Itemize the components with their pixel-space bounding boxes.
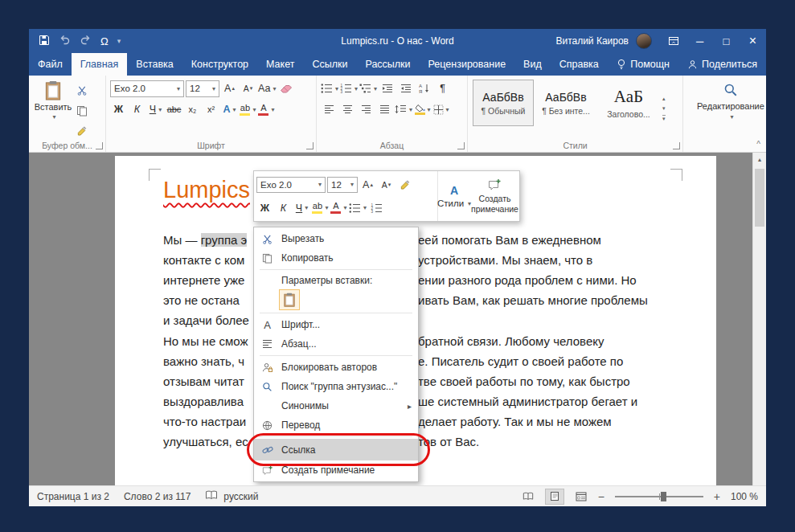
style-normal[interactable]: АаБбВв ¶ Обычный <box>473 80 534 126</box>
undo-icon[interactable] <box>59 35 71 47</box>
bold-button[interactable]: Ж <box>110 100 127 118</box>
close-button[interactable]: × <box>740 29 766 53</box>
menu-item-new-comment[interactable]: Создать примечание <box>254 460 418 480</box>
menu-item-font[interactable]: А Шрифт... <box>254 315 418 334</box>
vertical-scrollbar[interactable]: ▴ <box>752 153 766 485</box>
tab-review[interactable]: Рецензирование <box>420 53 515 76</box>
zoom-slider[interactable] <box>615 496 703 497</box>
avatar[interactable] <box>636 33 652 49</box>
underline-button[interactable]: Ч▾ <box>147 100 164 118</box>
styles-scroll-down-icon[interactable]: ▾ <box>662 105 666 112</box>
scrollbar-thumb[interactable] <box>755 169 764 227</box>
tab-assistant[interactable]: Помощн <box>608 53 678 76</box>
shading-button[interactable]: ▾ <box>414 100 431 118</box>
borders-button[interactable]: ▾ <box>432 100 449 118</box>
align-center-button[interactable] <box>339 100 356 118</box>
style-no-spacing[interactable]: АаБбВв ¶ Без инте... <box>535 80 596 126</box>
web-layout-button[interactable] <box>572 489 591 505</box>
mini-new-comment-button[interactable]: Создать примечание <box>470 171 519 221</box>
collapse-ribbon-icon[interactable]: ^ <box>756 140 760 149</box>
menu-item-translate[interactable]: Перевод <box>254 415 418 435</box>
proofing-book-icon[interactable] <box>205 490 218 502</box>
mini-numbering-button[interactable]: 123 <box>368 199 385 217</box>
style-heading1[interactable]: АаБ Заголово... <box>598 80 659 126</box>
show-marks-button[interactable]: ¶ <box>434 80 451 97</box>
omega-symbol-icon[interactable]: Ω <box>100 35 109 47</box>
font-color-button[interactable]: А ▾ <box>258 100 275 118</box>
numbering-button[interactable]: 123 ▾ <box>340 80 358 97</box>
mini-format-painter-button[interactable] <box>396 176 413 194</box>
zoom-level[interactable]: 100 % <box>727 491 758 502</box>
tab-layout[interactable]: Макет <box>257 53 303 76</box>
clear-formatting-button[interactable] <box>277 80 294 97</box>
subscript-button[interactable]: x₂ <box>184 100 201 118</box>
align-right-button[interactable] <box>358 100 375 118</box>
copy-button[interactable] <box>73 102 90 120</box>
mini-font-color-button[interactable]: А ▾ <box>330 199 347 217</box>
menu-item-block-authors[interactable]: Блокировать авторов <box>254 358 418 377</box>
tab-mailings[interactable]: Рассылки <box>356 53 419 76</box>
save-icon[interactable] <box>39 35 50 48</box>
decrease-indent-button[interactable] <box>379 80 395 97</box>
minimize-button[interactable]: ─ <box>686 29 713 53</box>
clipboard-dialog-launcher[interactable] <box>96 142 103 149</box>
language-indicator[interactable]: русский <box>223 491 258 502</box>
font-size-combo[interactable]: 12 ▾ <box>186 80 219 97</box>
mini-font-size-combo[interactable]: 12 ▾ <box>327 177 358 193</box>
mini-font-name-combo[interactable]: Exo 2.0 ▾ <box>256 177 326 193</box>
paragraph-dialog-launcher[interactable] <box>457 142 465 149</box>
redo-icon[interactable] <box>80 35 92 47</box>
styles-more-icon[interactable]: ▾ <box>662 115 666 122</box>
tab-references[interactable]: Ссылки <box>303 53 356 76</box>
change-case-button[interactable]: Аа▾ <box>258 80 276 97</box>
mini-italic-button[interactable]: К <box>275 199 292 217</box>
font-name-combo[interactable]: Exo 2.0 ▾ <box>110 80 184 97</box>
editing-menu-button[interactable]: Редактирование ▾ <box>687 78 774 139</box>
mini-highlight-button[interactable]: ab ▾ <box>312 199 329 217</box>
text-effects-button[interactable]: А▾ <box>221 100 238 118</box>
read-mode-button[interactable] <box>518 489 538 505</box>
strikethrough-button[interactable]: abc <box>166 100 182 118</box>
styles-dialog-launcher[interactable] <box>673 142 680 149</box>
shrink-font-button[interactable]: А▾ <box>240 80 256 97</box>
superscript-button[interactable]: x² <box>203 100 219 118</box>
cut-button[interactable] <box>73 82 90 100</box>
tab-view[interactable]: Вид <box>514 53 551 76</box>
format-painter-button[interactable] <box>73 121 90 139</box>
line-spacing-button[interactable]: ▾ <box>395 100 412 118</box>
share-button[interactable]: Поделиться <box>678 53 766 76</box>
grow-font-button[interactable]: А▴ <box>221 80 238 97</box>
menu-item-paragraph[interactable]: Абзац... <box>254 334 418 354</box>
sort-button[interactable]: АЯ <box>416 80 432 97</box>
tab-home[interactable]: Главная <box>72 53 128 76</box>
account-name[interactable]: Виталий Каиров <box>555 35 629 47</box>
mini-styles-button[interactable]: А Стили▾ <box>438 171 470 221</box>
paste-button[interactable]: Вставить ▾ <box>33 78 73 139</box>
page-count[interactable]: Страница 1 из 2 <box>37 491 109 502</box>
tab-help[interactable]: Справка <box>551 53 608 76</box>
increase-indent-button[interactable] <box>397 80 414 97</box>
bullets-button[interactable]: ▾ <box>321 80 338 97</box>
maximize-button[interactable]: □ <box>713 29 740 53</box>
menu-item-copy[interactable]: Копировать <box>254 248 418 268</box>
tab-file[interactable]: Файл <box>29 53 72 76</box>
menu-item-link[interactable]: Ссылка <box>254 439 418 460</box>
print-layout-button[interactable] <box>545 489 564 505</box>
customize-qat-icon[interactable]: ▾ <box>117 37 121 45</box>
font-dialog-launcher[interactable] <box>306 142 313 149</box>
word-count[interactable]: Слово 2 из 117 <box>124 491 191 502</box>
align-left-button[interactable] <box>321 100 338 118</box>
scroll-up-icon[interactable]: ▴ <box>753 153 766 166</box>
highlight-color-button[interactable]: ab ▾ <box>240 100 256 118</box>
justify-button[interactable] <box>376 100 393 118</box>
mini-bullets-button[interactable]: ▾ <box>349 199 367 217</box>
menu-item-synonyms[interactable]: Синонимы ▸ <box>254 396 418 415</box>
mini-underline-button[interactable]: Ч▾ <box>293 199 310 217</box>
tab-design[interactable]: Конструктор <box>182 53 257 76</box>
zoom-out-button[interactable]: − <box>598 490 604 503</box>
menu-item-cut[interactable]: Вырезать <box>254 229 418 248</box>
zoom-in-button[interactable]: + <box>714 490 720 503</box>
tab-insert[interactable]: Вставка <box>127 53 182 76</box>
mini-shrink-font-button[interactable]: А▾ <box>378 176 395 194</box>
zoom-slider-thumb[interactable] <box>661 492 666 501</box>
